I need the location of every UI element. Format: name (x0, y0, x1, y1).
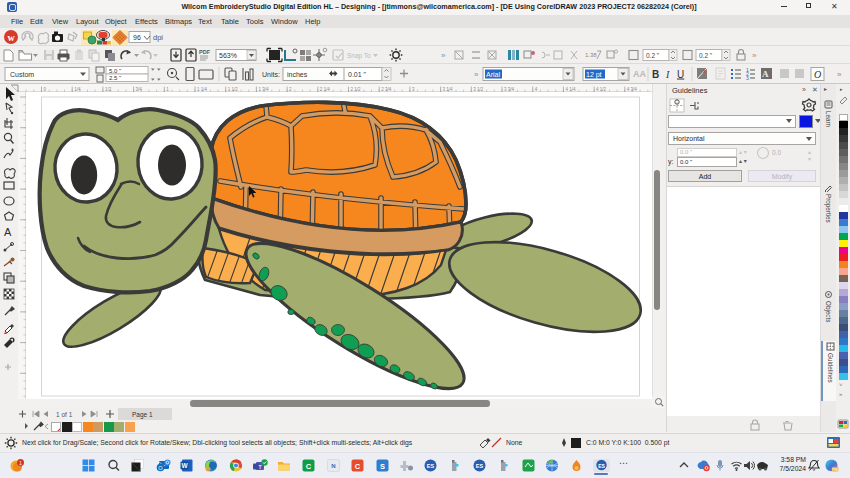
svg-text:Units:: Units: (262, 71, 280, 78)
svg-text:2.5 ": 2.5 " (109, 75, 121, 81)
svg-text:1 of 1: 1 of 1 (56, 411, 73, 418)
svg-text:»: » (837, 70, 842, 79)
svg-text:A: A (762, 69, 769, 79)
svg-text:A: A (4, 226, 12, 238)
svg-text:0.01 ": 0.01 " (348, 71, 367, 78)
svg-text:inches: inches (287, 71, 308, 78)
svg-text:dpi: dpi (153, 33, 163, 42)
svg-text:PDF: PDF (199, 49, 211, 55)
svg-text:I: I (665, 69, 670, 80)
svg-text:w: w (7, 32, 15, 43)
svg-text:PRE: PRE (831, 467, 838, 471)
svg-text:C: C (354, 461, 360, 470)
svg-text:AA: AA (633, 69, 646, 79)
svg-text:ES: ES (598, 462, 605, 468)
svg-text:W: W (181, 462, 188, 469)
svg-text:S: S (379, 461, 384, 470)
svg-text:»: » (474, 70, 479, 79)
svg-text:T: T (258, 463, 262, 469)
svg-text:Snap To: Snap To (347, 52, 371, 60)
svg-text:0.2 ": 0.2 " (646, 52, 660, 59)
svg-text:ES: ES (475, 463, 483, 469)
svg-text:Custom: Custom (10, 71, 34, 78)
svg-text:»: » (441, 51, 446, 60)
svg-text:12 pt: 12 pt (586, 71, 602, 79)
svg-text:Arial: Arial (486, 71, 500, 78)
svg-text:0.2 ": 0.2 " (699, 52, 713, 59)
svg-text:5.0 ": 5.0 " (109, 68, 121, 74)
svg-text:3: 3 (746, 75, 749, 81)
svg-text:O: O (814, 69, 821, 80)
svg-text:U: U (677, 69, 684, 80)
svg-text:Page 1: Page 1 (132, 411, 153, 419)
svg-text:ES: ES (426, 463, 434, 469)
svg-text:563%: 563% (219, 52, 237, 59)
svg-text:»: » (752, 51, 757, 60)
svg-text:B: B (652, 69, 659, 80)
svg-text:N: N (331, 463, 335, 469)
svg-text:O: O (158, 464, 163, 470)
svg-text:96: 96 (133, 34, 141, 41)
svg-text:1.38: 1.38 (585, 52, 597, 58)
svg-text:C: C (305, 461, 311, 470)
